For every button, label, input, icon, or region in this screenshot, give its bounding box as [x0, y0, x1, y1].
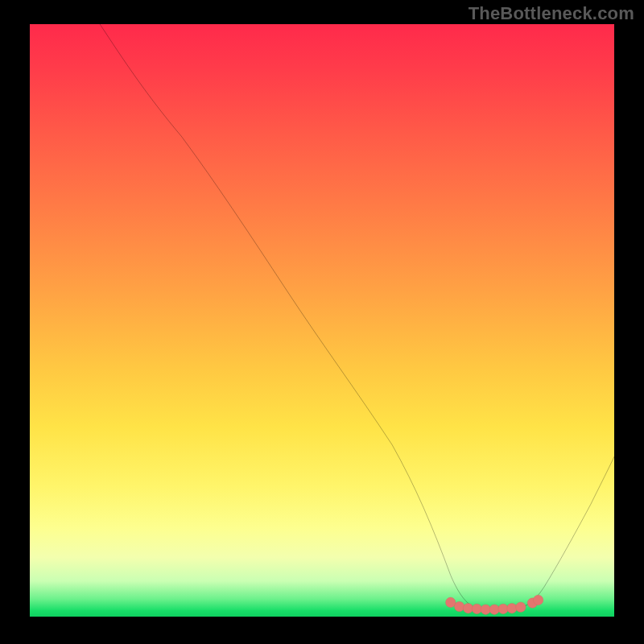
- watermark-text: TheBottleneck.com: [469, 3, 634, 24]
- chart-frame: TheBottleneck.com: [0, 0, 644, 644]
- svg-point-6: [498, 604, 508, 614]
- plot-area: [30, 24, 614, 617]
- svg-point-10: [533, 595, 543, 605]
- svg-point-0: [446, 597, 456, 608]
- svg-point-3: [472, 604, 481, 614]
- svg-point-7: [507, 603, 517, 613]
- curve-line: [100, 24, 614, 611]
- trough-markers: [446, 595, 543, 614]
- chart-overlay: [30, 24, 614, 617]
- svg-point-4: [481, 605, 490, 615]
- svg-point-1: [454, 601, 464, 612]
- svg-point-2: [463, 603, 473, 613]
- svg-point-5: [489, 605, 499, 615]
- svg-point-8: [516, 602, 526, 613]
